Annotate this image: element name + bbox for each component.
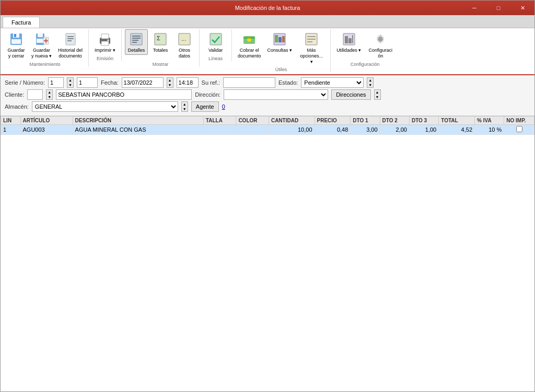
mantenimiento-buttons: Guardary cerrar Guardary nueva ▾ [5,29,85,61]
mas-opciones-icon [303,31,320,48]
guardar-cerrar-button[interactable]: Guardary cerrar [5,29,28,61]
cobrar-button[interactable]: Cobrar eldocumento [235,29,264,61]
utiles-group-label: Útiles [275,67,287,72]
estado-select[interactable]: Pendiente [301,77,364,88]
spin-up6[interactable]: ▲ [182,102,188,107]
cell-lin: 1 [1,125,21,135]
cell-total: 4,52 [439,125,475,135]
utilidades-icon [341,31,357,48]
utilidades-label: Utilidades ▾ [336,48,361,53]
utilidades-button[interactable]: Utilidades ▾ [334,29,364,55]
fecha-spinner[interactable]: ▲ ▼ [167,77,173,88]
direcciones-spinner[interactable]: ▲ ▼ [374,89,381,100]
col-dto3: DTO 3 [409,117,438,125]
ribbon-group-configuracion: Utilidades ▾ Configuración Configuración [332,29,399,67]
spin-down6[interactable]: ▼ [182,107,188,111]
ribbon-group-utiles: Cobrar eldocumento Consultas ▾ [233,29,331,72]
fecha-label: Fecha: [101,79,119,86]
imprimir-button[interactable]: Imprimir ▾ [92,29,118,55]
cliente-spinner[interactable]: ▲ ▼ [46,89,53,100]
historial-button[interactable]: Historial deldocumento [55,29,85,61]
numero-input[interactable] [77,77,98,88]
hora-input[interactable] [177,77,199,88]
svg-rect-41 [348,38,352,43]
consultas-button[interactable]: Consultas ▾ [265,29,295,55]
fecha-input[interactable] [122,77,164,88]
otros-datos-label: Otrosdatos [179,48,190,59]
maximize-button[interactable]: □ [486,1,510,15]
guardar-nueva-button[interactable]: Guardary nueva ▾ [29,29,54,61]
serie-input[interactable] [48,77,64,88]
spin-up3[interactable]: ▲ [367,78,373,83]
validar-button[interactable]: Validar [204,29,227,55]
main-area: LIN ARTÍCULO DESCRIPCIÓN TALLA COLOR CAN… [1,116,534,392]
lineas-buttons: Validar [204,29,227,55]
col-cantidad: CANTIDAD [269,117,315,125]
consultas-icon [271,31,288,48]
agente-link[interactable]: 0 [222,103,225,110]
lineas-group-label: Líneas [208,56,223,61]
spin-down2[interactable]: ▼ [167,83,173,87]
cell-dto3: 1,00 [409,125,438,135]
spin-up4[interactable]: ▲ [46,90,52,95]
col-color: COLOR [236,117,269,125]
suref-input[interactable] [223,77,275,88]
cliente-label: Cliente: [5,91,24,98]
svg-text:...: ... [181,36,186,42]
window-title: Modificación de la factura [235,5,300,11]
mantenimiento-group-label: Mantenimiento [30,62,61,67]
col-total: TOTAL [439,117,475,125]
spin-up5[interactable]: ▲ [375,90,380,95]
estado-spinner[interactable]: ▲ ▼ [367,77,374,88]
spin-up[interactable]: ▲ [67,78,73,83]
col-precio: PRECIO [315,117,351,125]
direccion-label: Dirección: [195,91,220,98]
almacen-label: Almacén: [5,103,29,110]
svg-rect-10 [66,33,75,45]
noimp-checkbox[interactable] [516,126,522,132]
tab-factura[interactable]: Factura [3,17,40,28]
col-noimp: NO IMP. [504,117,534,125]
svg-rect-3 [11,39,21,44]
svg-rect-2 [14,34,16,37]
spin-down3[interactable]: ▼ [367,83,373,87]
spin-up2[interactable]: ▲ [167,78,173,83]
serie-spinner[interactable]: ▲ ▼ [67,77,74,88]
ribbon-row: Guardary cerrar Guardary nueva ▾ [3,29,532,72]
detalles-button[interactable]: Detalles [125,29,148,55]
minimize-button[interactable]: ─ [462,1,486,15]
cell-cantidad: 10,00 [269,125,315,135]
save-close-icon [8,31,25,48]
spin-down5[interactable]: ▼ [375,95,380,99]
historial-icon [62,31,79,48]
configuracion-button[interactable]: Configuración [365,29,396,61]
totales-button[interactable]: Σ Totales [149,29,172,55]
svg-rect-6 [37,39,44,43]
almacen-spinner[interactable]: ▲ ▼ [181,101,188,112]
svg-rect-33 [278,37,282,42]
agente-button[interactable]: Agente [191,101,219,112]
validar-icon [207,31,224,48]
table-row[interactable]: 1 AGU003 AGUA MINERAL CON GAS 10,00 0,48… [1,125,534,135]
col-lin: LIN [1,117,21,125]
mostrar-group-label: Mostrar [153,62,169,67]
direccion-select[interactable] [224,89,328,100]
mas-opciones-button[interactable]: Másopciones... ▾ [296,29,327,66]
cell-noimp[interactable] [504,125,534,135]
mas-opciones-label: Másopciones... ▾ [298,48,324,64]
col-piva: % IVA [475,117,504,125]
svg-rect-5 [38,33,43,37]
utiles-buttons: Cobrar eldocumento Consultas ▾ [235,29,327,66]
otros-datos-button[interactable]: ... Otrosdatos [173,29,196,61]
direcciones-button[interactable]: Direcciones [331,89,370,100]
almacen-select[interactable]: GENERAL [32,101,178,112]
spin-down[interactable]: ▼ [67,83,73,87]
spin-down4[interactable]: ▼ [46,95,52,99]
emision-buttons: Imprimir ▾ [92,29,118,55]
cliente-nombre-input[interactable] [56,89,192,100]
cliente-id-input[interactable] [27,89,43,100]
table-header-row: LIN ARTÍCULO DESCRIPCIÓN TALLA COLOR CAN… [1,117,534,125]
close-button[interactable]: ✕ [510,1,534,15]
totales-label: Totales [153,48,168,53]
cell-piva: 10 % [475,125,504,135]
